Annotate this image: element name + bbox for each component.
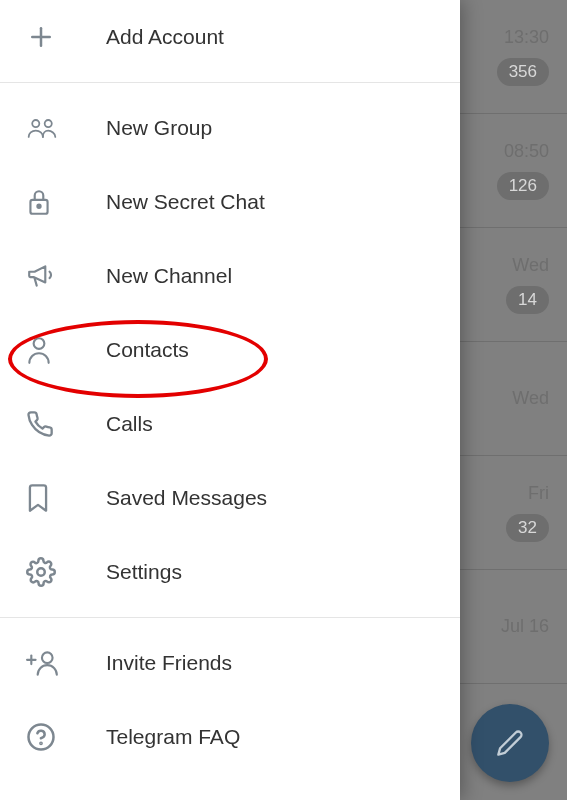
settings-item[interactable]: Settings: [0, 535, 460, 609]
compose-fab[interactable]: [471, 704, 549, 782]
chat-time: Wed: [512, 255, 549, 276]
menu-label: Settings: [106, 560, 182, 584]
menu-label: Invite Friends: [106, 651, 232, 675]
menu-label: Add Account: [106, 25, 224, 49]
megaphone-icon: [26, 262, 74, 290]
divider: [0, 82, 460, 83]
plus-icon: [26, 22, 74, 52]
new-group-item[interactable]: New Group: [0, 91, 460, 165]
unread-badge: 14: [506, 286, 549, 314]
saved-messages-item[interactable]: Saved Messages: [0, 461, 460, 535]
calls-item[interactable]: Calls: [0, 387, 460, 461]
contacts-item[interactable]: Contacts: [0, 313, 460, 387]
new-channel-item[interactable]: New Channel: [0, 239, 460, 313]
menu-label: Saved Messages: [106, 486, 267, 510]
add-account-item[interactable]: Add Account: [0, 0, 460, 74]
svg-point-6: [34, 338, 45, 349]
telegram-faq-item[interactable]: Telegram FAQ: [0, 700, 460, 774]
chat-time: Fri: [528, 483, 549, 504]
svg-point-3: [45, 120, 52, 127]
pencil-icon: [496, 729, 524, 757]
chat-time: Jul 16: [501, 616, 549, 637]
svg-point-5: [37, 205, 40, 208]
menu-label: Calls: [106, 412, 153, 436]
invite-friends-item[interactable]: Invite Friends: [0, 626, 460, 700]
unread-badge: 126: [497, 172, 549, 200]
gear-icon: [26, 557, 74, 587]
unread-badge: 356: [497, 58, 549, 86]
menu-label: Telegram FAQ: [106, 725, 240, 749]
chat-time: 08:50: [504, 141, 549, 162]
chat-time: Wed: [512, 388, 549, 409]
menu-label: New Secret Chat: [106, 190, 265, 214]
menu-label: New Channel: [106, 264, 232, 288]
menu-label: Contacts: [106, 338, 189, 362]
svg-point-12: [40, 743, 41, 744]
svg-point-7: [37, 568, 45, 576]
divider: [0, 617, 460, 618]
help-icon: [26, 722, 74, 752]
navigation-drawer: Add Account New Group New Secret Chat: [0, 0, 460, 800]
svg-point-8: [42, 652, 53, 663]
unread-badge: 32: [506, 514, 549, 542]
bookmark-icon: [26, 483, 74, 513]
people-icon: [26, 114, 74, 142]
new-secret-chat-item[interactable]: New Secret Chat: [0, 165, 460, 239]
chat-time: 13:30: [504, 27, 549, 48]
lock-icon: [26, 187, 74, 217]
svg-point-2: [32, 120, 39, 127]
phone-icon: [26, 410, 74, 438]
menu-label: New Group: [106, 116, 212, 140]
add-person-icon: [26, 649, 74, 677]
person-icon: [26, 335, 74, 365]
